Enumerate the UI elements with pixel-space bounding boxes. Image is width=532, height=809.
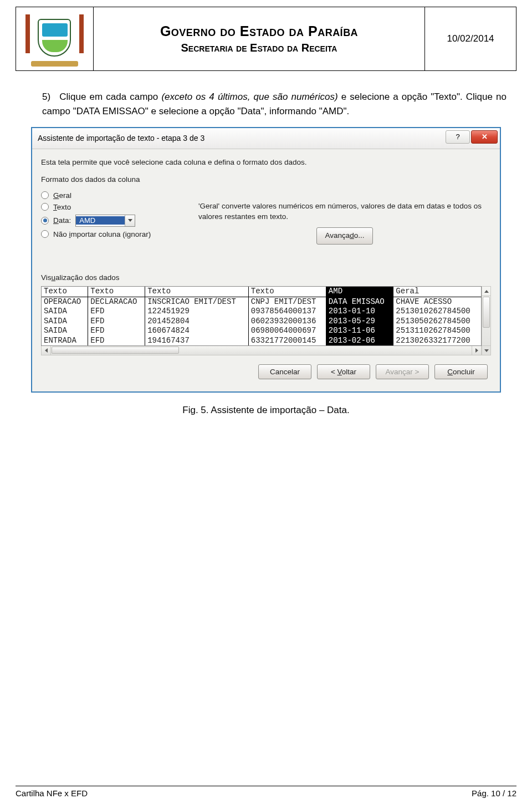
- close-button[interactable]: ✕: [471, 130, 498, 144]
- logo-cell: [16, 7, 94, 71]
- dialog-title: Assistente de importação de texto - etap…: [38, 134, 204, 143]
- preview-label: Visualização dos dados: [41, 273, 491, 282]
- para-italic: (exceto os 4 últimos, que são numéricos): [161, 91, 337, 102]
- radio-general[interactable]: [41, 191, 49, 199]
- radio-skip-label: Não importar coluna (ignorar): [53, 230, 151, 238]
- wizard-dialog: Assistente de importação de texto - etap…: [31, 127, 501, 393]
- dialog-lead-text: Esta tela permite que você selecione cad…: [41, 158, 491, 166]
- preview-field-row: OPERACAO DECLARACAO INSCRICAO EMIT/DEST …: [42, 297, 481, 307]
- preview-data-row: SAIDAEFD122451929093785640001372013-01-1…: [42, 307, 481, 317]
- footer-left: Cartilha NFe x EFD: [16, 788, 88, 798]
- scroll-thumb[interactable]: [52, 347, 179, 354]
- radio-date[interactable]: [41, 217, 49, 225]
- preview-data-row: ENTRADAEFD194167437633217720001452013-02…: [42, 336, 481, 346]
- format-description: 'Geral' converte valores numéricos em nú…: [198, 188, 491, 269]
- chevron-down-icon: [128, 219, 132, 222]
- format-group-label: Formato dos dados da coluna: [41, 175, 491, 184]
- header-title-line2: Secretaria de Estado da Receita: [98, 42, 420, 54]
- scroll-thumb-v[interactable]: [483, 297, 490, 328]
- header-date: 10/02/2014: [425, 7, 516, 71]
- title-cell: Governo do Estado da Paraíba Secretaria …: [94, 7, 425, 71]
- finish-button[interactable]: Concluir: [434, 364, 488, 379]
- footer-right: Pág. 10 / 12: [472, 788, 516, 798]
- para-part1: Clique em cada campo: [59, 91, 161, 102]
- radio-general-label: Geral: [53, 191, 71, 200]
- radio-text-label: Texto: [53, 203, 71, 211]
- combo-dropdown-button[interactable]: [125, 215, 135, 226]
- horizontal-scrollbar[interactable]: [41, 346, 482, 355]
- radio-skip[interactable]: [41, 230, 49, 238]
- preview-data-row: SAIDAEFD201452804060239320001362013-05-2…: [42, 317, 481, 327]
- preview-data-row: SAIDAEFD160674824069800640006972013-11-0…: [42, 326, 481, 336]
- triangle-right-icon: [475, 348, 478, 353]
- triangle-left-icon: [45, 348, 48, 353]
- triangle-up-icon: [484, 290, 489, 293]
- step-number: 5): [42, 91, 50, 102]
- preview-header-row: Texto Texto Texto Texto AMD Geral: [42, 287, 481, 297]
- help-icon: ?: [456, 133, 459, 141]
- close-icon: ✕: [482, 133, 488, 141]
- triangle-down-icon: [484, 349, 489, 352]
- page-footer: Cartilha NFe x EFD Pág. 10 / 12: [16, 786, 516, 798]
- date-format-value: AMD: [76, 216, 125, 225]
- radio-text[interactable]: [41, 203, 49, 211]
- scroll-down-button[interactable]: [482, 345, 490, 355]
- advanced-button[interactable]: Avançado...: [316, 227, 372, 245]
- radio-group: Geral Texto Data: AMD: [41, 188, 185, 242]
- help-button[interactable]: ?: [446, 130, 470, 144]
- date-format-combo[interactable]: AMD: [75, 215, 135, 227]
- page-header: Governo do Estado da Paraíba Secretaria …: [16, 7, 516, 71]
- data-preview[interactable]: Texto Texto Texto Texto AMD Geral OPERAC…: [41, 286, 482, 346]
- dialog-action-row: Cancelar < Voltar Avançar > Concluir: [41, 355, 491, 385]
- dialog-titlebar: Assistente de importação de texto - etap…: [32, 128, 500, 149]
- next-button: Avançar >: [376, 364, 429, 379]
- scroll-right-button[interactable]: [472, 346, 481, 355]
- instruction-paragraph: 5) Clique em cada campo (exceto os 4 últ…: [42, 90, 507, 119]
- scroll-left-button[interactable]: [42, 346, 51, 355]
- back-button[interactable]: < Voltar: [317, 364, 370, 379]
- header-title-line1: Governo do Estado da Paraíba: [98, 23, 420, 39]
- cancel-button[interactable]: Cancelar: [258, 364, 311, 379]
- figure-caption: Fig. 5. Assistente de importação – Data.: [16, 405, 516, 416]
- scroll-up-button[interactable]: [482, 287, 490, 296]
- radio-date-label: Data:: [53, 216, 71, 225]
- vertical-scrollbar[interactable]: [482, 286, 491, 355]
- state-crest-icon: [25, 11, 84, 67]
